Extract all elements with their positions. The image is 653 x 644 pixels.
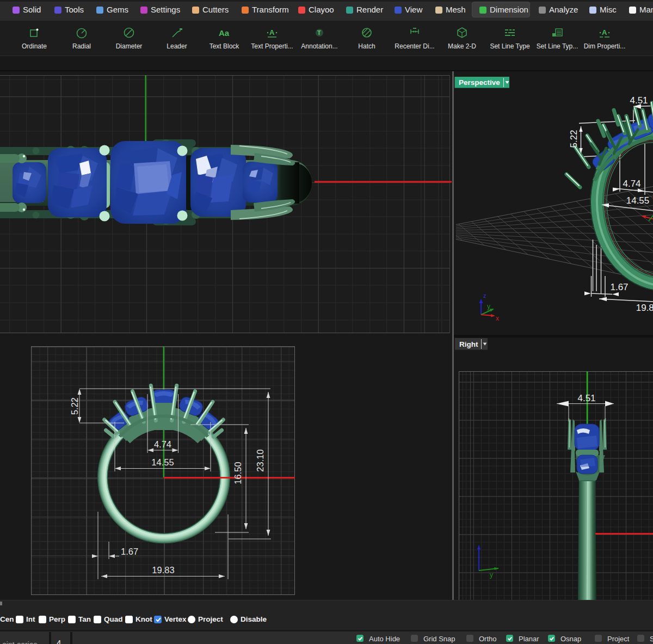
svg-text:T: T: [317, 29, 321, 36]
svg-text:Aa: Aa: [219, 28, 230, 38]
svg-text:A: A: [602, 28, 607, 36]
svg-text:A: A: [269, 28, 275, 36]
